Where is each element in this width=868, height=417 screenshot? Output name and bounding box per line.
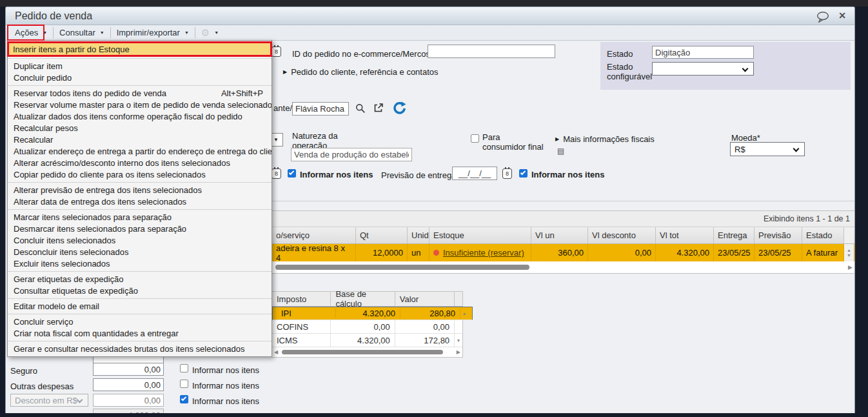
menu-item[interactable]: Atualizar dados dos itens conforme opera… (8, 111, 271, 123)
menu-item[interactable]: Recalcular (8, 134, 271, 146)
natureza-operacao-input[interactable] (291, 148, 412, 161)
menu-item[interactable]: Gerar etiquetas de expedição (8, 274, 271, 285)
insuficiente-reservar-link[interactable]: Insuficiente (reservar) (443, 248, 524, 258)
informar-itens-checkbox-1[interactable] (288, 169, 296, 178)
mais-informacoes-fiscais-toggle[interactable]: ▶ Mais informações fiscais (555, 134, 655, 144)
acoes-menu-button[interactable]: Ações ▼ (9, 25, 53, 41)
pedido-de-venda-window: Pedido de venda ✕ Ações ▼ Consultar ▼ Im… (5, 6, 855, 413)
cell-vl-tot: 4.320,00 (656, 244, 714, 261)
menu-item[interactable]: Desconcluir itens selecionados (8, 247, 271, 258)
menu-item[interactable]: Marcar itens selecionados para separação (8, 212, 271, 223)
comments-icon[interactable] (816, 11, 830, 25)
pedido-cliente-toggle[interactable]: ▶ Pedido do cliente, referência e contat… (283, 67, 439, 77)
menu-item[interactable]: Reservar volume master para o item de pe… (8, 99, 271, 111)
cell-previsao: 23/05/25 (755, 244, 802, 261)
outras-despesas-input[interactable] (93, 378, 164, 391)
open-external-icon[interactable] (373, 103, 384, 116)
menu-item[interactable]: Copiar pedido do cliente para os itens s… (8, 169, 271, 181)
col-unid[interactable]: Unid (408, 227, 429, 243)
menu-item-inserir-itens-estoque[interactable]: Inserir itens a partir do Estoque (7, 41, 272, 57)
cell-valor: 0,00 (395, 320, 455, 333)
cell-imposto: COFINS (272, 320, 331, 333)
previsao-entrega-input[interactable] (452, 167, 497, 180)
col-entrega[interactable]: Entrega (714, 227, 755, 243)
desconto-informar-checkbox[interactable] (180, 395, 188, 403)
menu-item[interactable]: Concluir serviço (8, 316, 271, 328)
moeda-label: Moeda* (731, 133, 760, 143)
scroll-down-icon[interactable]: ▼ (457, 338, 461, 343)
scroll-up-icon[interactable]: ▲ (462, 311, 467, 316)
seguro-input[interactable] (93, 363, 164, 376)
id-ecommerce-input[interactable] (428, 45, 555, 58)
col-imposto[interactable]: Imposto (272, 292, 331, 306)
menu-item[interactable]: Consultar etiquetas de expedição (8, 285, 271, 297)
menu-item[interactable]: Concluir pedido (8, 72, 271, 84)
imprimir-exportar-menu-button[interactable]: Imprimir/exportar ▼ (111, 25, 195, 41)
col-base-calculo[interactable]: Base de cálculo (331, 292, 395, 306)
previsao-entrega-label: Previsão de entrega (381, 170, 456, 180)
scroll-right-icon[interactable]: ▶ (457, 349, 460, 355)
close-icon[interactable]: ✕ (838, 10, 846, 21)
menu-item[interactable]: Duplicar item (8, 61, 271, 72)
tax-row-ipi[interactable]: IPI 4.320,00 280,80 ▲ (272, 307, 473, 320)
scroll-left-icon[interactable]: ◀ (274, 349, 278, 355)
col-vl-un[interactable]: Vl un (531, 227, 588, 243)
expand-arrow-icon: ▶ (555, 136, 559, 142)
outras-informar-checkbox[interactable] (180, 380, 188, 388)
representante-input[interactable] (292, 102, 349, 116)
table-row-selected[interactable]: adeira e resina 8 x 4 12,0000 un Insufic… (272, 244, 855, 261)
menu-item[interactable]: Excluir itens selecionados (8, 258, 271, 270)
menu-item[interactable]: Desmarcar itens selecionados para separa… (8, 223, 271, 235)
col-previsao[interactable]: Previsão (755, 227, 802, 243)
menu-bar: Ações ▼ Consultar ▼ Imprimir/exportar ▼ … (6, 25, 854, 41)
calendar-icon[interactable]: 8 (502, 168, 512, 179)
menu-item[interactable]: Gerar e consultar necessidades brutas do… (8, 343, 271, 355)
cell-base: 4.320,00 (336, 309, 400, 318)
consultar-menu-button[interactable]: Consultar ▼ (54, 25, 110, 41)
moeda-select[interactable]: R$ (730, 142, 805, 156)
items-grid-status: Exibindo itens 1 - 1 de 1 (272, 211, 855, 227)
col-vl-tot[interactable]: Vl tot (656, 227, 714, 243)
search-icon[interactable] (355, 103, 366, 116)
horizontal-scrollbar[interactable]: ◀ ▶ (272, 347, 462, 357)
chevron-down-icon (742, 66, 749, 72)
tax-row-cofins[interactable]: COFINS 0,00 0,00 (272, 320, 462, 334)
menu-item[interactable]: Criar nota fiscal com quantidades a entr… (8, 328, 271, 340)
notes-icon[interactable]: ▤ (557, 147, 564, 156)
menu-item[interactable]: Atualizar endereço de entrega a partir d… (8, 146, 271, 158)
col-produto-servico[interactable]: o/serviço (272, 227, 356, 243)
scrollbar-thumb[interactable] (275, 265, 529, 270)
para-consumidor-checkbox[interactable] (471, 134, 479, 143)
menu-item[interactable]: Alterar previsão de entrega dos itens se… (8, 185, 271, 196)
calendar-icon[interactable]: 8 (271, 46, 281, 57)
scrollbar-thumb[interactable] (282, 350, 443, 354)
menu-item[interactable]: Editar modelo de email (8, 301, 271, 312)
vertical-scrollbar[interactable]: ▲ ▼ (844, 244, 854, 261)
col-estado[interactable]: Estado (802, 227, 844, 243)
menu-item[interactable]: Alterar acréscimo/desconto interno dos i… (8, 158, 271, 169)
menu-item[interactable]: Recalcular pesos (8, 123, 271, 134)
calendar-icon[interactable]: 8 (271, 168, 281, 179)
outras-informar-label: Informar nos itens (192, 381, 259, 391)
chevron-down-icon (77, 397, 83, 403)
scroll-right-icon[interactable]: ▶ (848, 264, 853, 270)
outras-despesas-label: Outras despesas (10, 381, 74, 391)
menu-item[interactable]: Alterar data de entrega dos itens seleci… (8, 196, 271, 208)
informar-itens-checkbox-2[interactable] (519, 169, 528, 178)
settings-menu-button[interactable]: ⚙ ▼ (195, 25, 224, 41)
menu-item[interactable]: Reservar todos itens do pedido de venda … (8, 88, 271, 99)
page-title: Pedido de venda (15, 10, 92, 22)
menu-separator (8, 298, 271, 299)
menu-separator (8, 314, 271, 314)
col-estoque[interactable]: Estoque (429, 227, 531, 243)
tax-row-icms[interactable]: ICMS 4.320,00 172,80 ▼ (272, 334, 462, 347)
menu-item[interactable]: Concluir itens selecionados (8, 235, 271, 247)
refresh-icon[interactable] (393, 101, 406, 117)
seguro-informar-checkbox[interactable] (180, 364, 188, 372)
col-qt[interactable]: Qt (356, 227, 408, 243)
col-valor[interactable]: Valor (395, 292, 455, 306)
col-vl-desconto[interactable]: Vl desconto (588, 227, 656, 243)
scroll-down-icon: ▼ (847, 253, 851, 258)
estado-configuravel-select[interactable] (652, 62, 754, 76)
horizontal-scrollbar[interactable]: ▶ (272, 261, 855, 273)
